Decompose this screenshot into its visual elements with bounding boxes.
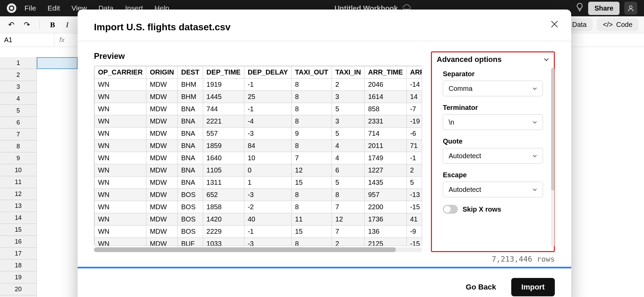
- table-cell: MDW: [146, 91, 178, 103]
- table-cell: WN: [95, 140, 146, 152]
- column-header: OP_CARRIER: [95, 66, 146, 79]
- table-cell: 40: [244, 213, 291, 226]
- table-cell: 557: [203, 128, 244, 140]
- table-cell: BOS: [178, 201, 203, 213]
- table-cell: WN: [95, 91, 146, 103]
- column-header: DEST: [178, 66, 203, 79]
- table-cell: MDW: [146, 152, 178, 164]
- table-cell: MDW: [146, 189, 178, 201]
- table-cell: 84: [244, 140, 291, 152]
- table-cell: 8: [291, 115, 332, 128]
- table-cell: BUF: [178, 238, 203, 246]
- chevron-down-icon: [532, 119, 537, 125]
- horizontal-scrollbar[interactable]: [94, 247, 422, 252]
- table-cell: -1: [244, 226, 291, 238]
- table-cell: WN: [95, 238, 146, 246]
- chevron-down-icon: [532, 85, 537, 92]
- modal-backdrop: Import U.S. flights dataset.csv Preview …: [0, 0, 644, 297]
- advanced-options-panel: Advanced options Separator Comma Termina…: [431, 51, 555, 252]
- table-cell: BNA: [178, 128, 203, 140]
- table-cell: 1: [244, 177, 291, 189]
- separator-select[interactable]: Comma: [443, 81, 543, 96]
- table-cell: BNA: [178, 115, 203, 128]
- table-cell: WN: [95, 177, 146, 189]
- table-cell: MDW: [146, 140, 178, 152]
- table-row: WNMDWBOS2229-1157136-90: [95, 226, 422, 238]
- import-button[interactable]: Import: [511, 278, 555, 296]
- quote-label: Quote: [443, 137, 543, 145]
- scrollbar-thumb[interactable]: [94, 247, 396, 252]
- table-row: WNMDWBOS1858-2872200-150: [95, 201, 422, 213]
- table-cell: 3: [332, 91, 365, 103]
- table-row: WNMDWBNA185984842011710: [95, 140, 422, 152]
- table-cell: 8: [291, 79, 332, 91]
- table-row: WNMDWBNA11050126122720: [95, 164, 422, 177]
- quote-select[interactable]: Autodetect: [443, 148, 543, 164]
- column-header: ARR_TIME: [365, 66, 406, 79]
- table-cell: MDW: [146, 201, 178, 213]
- table-cell: 7: [332, 226, 365, 238]
- table-cell: 1033: [203, 238, 244, 246]
- table-row: WNMDWBHM1919-1822046-140: [95, 79, 422, 91]
- escape-select[interactable]: Autodetect: [443, 182, 543, 197]
- table-cell: 1420: [203, 213, 244, 226]
- advanced-options-toggle[interactable]: Advanced options: [437, 55, 549, 64]
- table-cell: 652: [203, 189, 244, 201]
- table-row: WNMDWBNA557-395714-60: [95, 128, 422, 140]
- table-cell: -3: [244, 238, 291, 246]
- table-cell: 7: [332, 201, 365, 213]
- table-cell: WN: [95, 115, 146, 128]
- table-row: WNMDWBOS652-388957-130: [95, 189, 422, 201]
- table-cell: -2: [244, 201, 291, 213]
- table-cell: 8: [332, 189, 365, 201]
- table-cell: 15: [291, 177, 332, 189]
- table-cell: WN: [95, 152, 146, 164]
- table-cell: MDW: [146, 238, 178, 246]
- preview-table-container[interactable]: OP_CARRIERORIGINDESTDEP_TIMEDEP_DELAYTAX…: [94, 66, 422, 246]
- table-cell: 14: [406, 91, 422, 103]
- skip-rows-toggle[interactable]: [443, 205, 458, 214]
- advanced-scrollbar[interactable]: [551, 68, 554, 247]
- table-cell: 10: [244, 152, 291, 164]
- chevron-down-icon: [544, 56, 549, 63]
- scrollbar-thumb[interactable]: [551, 68, 554, 191]
- terminator-select[interactable]: \n: [443, 114, 543, 130]
- go-back-button[interactable]: Go Back: [457, 278, 505, 296]
- table-cell: WN: [95, 164, 146, 177]
- table-cell: BNA: [178, 164, 203, 177]
- table-cell: 12: [332, 213, 365, 226]
- separator-label: Separator: [443, 70, 543, 78]
- table-cell: -3: [244, 189, 291, 201]
- table-cell: MDW: [146, 115, 178, 128]
- table-cell: 1640: [203, 152, 244, 164]
- table-cell: -1: [406, 152, 422, 164]
- column-header: TAXI_IN: [332, 66, 365, 79]
- table-cell: 2: [332, 238, 365, 246]
- table-cell: 1311: [203, 177, 244, 189]
- close-icon[interactable]: [550, 20, 559, 31]
- table-cell: 1858: [203, 201, 244, 213]
- table-row: WNMDWBNA2221-4832331-190: [95, 115, 422, 128]
- table-cell: WN: [95, 189, 146, 201]
- table-cell: WN: [95, 226, 146, 238]
- table-cell: 7: [291, 152, 332, 164]
- table-cell: 5: [332, 177, 365, 189]
- table-cell: -1: [244, 103, 291, 115]
- table-row: WNMDWBNA164010741749-10: [95, 152, 422, 164]
- table-cell: MDW: [146, 226, 178, 238]
- table-cell: -6: [406, 128, 422, 140]
- table-cell: -1: [244, 79, 291, 91]
- table-cell: 957: [365, 189, 406, 201]
- table-cell: 0: [244, 164, 291, 177]
- table-cell: 1749: [365, 152, 406, 164]
- table-cell: -4: [244, 115, 291, 128]
- terminator-value: \n: [449, 118, 454, 126]
- escape-label: Escape: [443, 171, 543, 179]
- table-cell: 1859: [203, 140, 244, 152]
- table-cell: 2331: [365, 115, 406, 128]
- table-cell: 4: [332, 152, 365, 164]
- table-cell: BOS: [178, 189, 203, 201]
- table-cell: 1435: [365, 177, 406, 189]
- import-csv-modal: Import U.S. flights dataset.csv Preview …: [78, 10, 571, 297]
- table-row: WNMDWBHM144525831614140: [95, 91, 422, 103]
